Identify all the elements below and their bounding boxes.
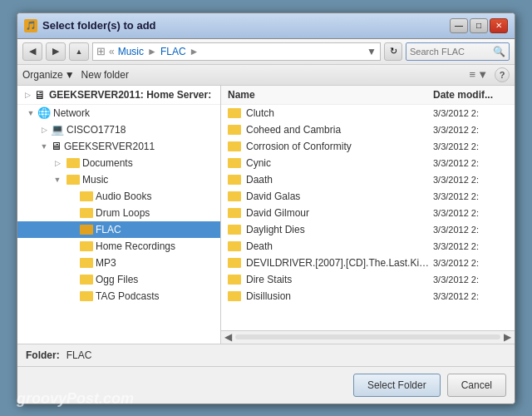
path-music[interactable]: Music [118, 46, 144, 57]
sidebar-item-cisco[interactable]: ▷ 💻 CISCO17718 [17, 121, 220, 138]
folder-bar: Folder: FLAC [17, 344, 515, 366]
help-button[interactable]: ? [495, 67, 510, 82]
server-icon: 🖥 [34, 88, 46, 102]
tagpodcasts-expand-icon[interactable] [64, 290, 77, 303]
mp3-expand-icon[interactable] [64, 256, 77, 270]
search-input[interactable] [406, 47, 490, 57]
list-item[interactable]: David Gilmour 3/3/2012 2: [221, 205, 515, 221]
homerecordings-folder-icon [80, 241, 93, 251]
sidebar-item-documents[interactable]: ▷ Documents [17, 155, 220, 171]
cancel-button[interactable]: Cancel [447, 374, 506, 397]
search-icon[interactable]: 🔍 [490, 46, 509, 57]
select-folder-button[interactable]: Select Folder [353, 374, 441, 397]
folder-icon [228, 191, 241, 201]
sidebar-item-flac[interactable]: FLAC [17, 221, 220, 238]
file-name: Coheed and Cambria [246, 124, 433, 136]
view-dropdown-icon[interactable]: ▼ [477, 68, 488, 81]
sidebar-item-drumloops[interactable]: Drum Loops [17, 205, 220, 221]
col-name-header[interactable]: Name [228, 89, 433, 101]
list-item[interactable]: David Galas 3/3/2012 2: [221, 188, 515, 205]
geekserver-expand-icon[interactable]: ▼ [37, 140, 51, 153]
list-item[interactable]: DEVILDRIVER.[2007].[CD].The.Last.Kind...… [221, 255, 515, 271]
file-name: Disillusion [246, 290, 433, 302]
path-flac[interactable]: FLAC [160, 46, 186, 57]
list-item[interactable]: Cynic 3/3/2012 2: [221, 155, 515, 171]
list-item[interactable]: Daath 3/3/2012 2: [221, 171, 515, 188]
sidebar-item-mp3[interactable]: MP3 [17, 255, 220, 271]
left-panel: ▷ 🖥 GEEKSERVER2011: Home Server: ▼ 🌐 Net… [17, 86, 221, 344]
sidebar-item-homerecordings[interactable]: Home Recordings [17, 238, 220, 255]
app-icon: 🎵 [24, 19, 37, 32]
close-button[interactable]: ✕ [490, 18, 508, 33]
file-date: 3/3/2012 2: [433, 191, 508, 201]
music-folder-icon [66, 175, 80, 185]
list-item[interactable]: Death 3/3/2012 2: [221, 238, 515, 255]
path-bar[interactable]: ⊞ « Music ► FLAC ► ▼ [92, 42, 381, 61]
sidebar-item-tagpodcasts[interactable]: TAG Podcasts [17, 288, 220, 305]
list-item[interactable]: Disillusion 3/3/2012 2: [221, 288, 515, 305]
file-date: 3/3/2012 2: [433, 141, 508, 151]
scroll-track[interactable] [235, 334, 500, 339]
file-date: 3/3/2012 2: [433, 108, 508, 118]
list-item[interactable]: Clutch 3/3/2012 2: [221, 105, 515, 121]
file-date: 3/3/2012 2: [433, 291, 508, 301]
audiobooks-expand-icon[interactable] [64, 190, 77, 203]
homerecordings-expand-icon[interactable] [64, 240, 77, 253]
file-name: DEVILDRIVER.[2007].[CD].The.Last.Kind...… [246, 257, 433, 269]
cisco-expand-icon[interactable]: ▷ [37, 123, 51, 136]
server-label: GEEKSERVER2011: Home Server: [49, 89, 211, 101]
path-arrow-2: ► [190, 46, 200, 57]
minimize-button[interactable]: — [450, 18, 468, 33]
folder-icon [228, 208, 241, 218]
organize-dropdown-icon: ▼ [65, 69, 75, 81]
sidebar-item-audiobooks[interactable]: Audio Books [17, 188, 220, 205]
list-item[interactable]: Dire Staits 3/3/2012 2: [221, 271, 515, 288]
dialog: 🎵 Select folder(s) to add — □ ✕ ◀ ▶ ▲ ⊞ … [17, 12, 515, 404]
folder-icon [228, 241, 241, 251]
horizontal-scrollbar[interactable]: ◀ ▶ [221, 330, 515, 344]
sidebar-item-music[interactable]: ▼ Music [17, 171, 220, 188]
file-list: Clutch 3/3/2012 2: Coheed and Cambria 3/… [221, 105, 515, 330]
oggfiles-expand-icon[interactable] [64, 273, 77, 286]
path-dropdown[interactable]: ▼ [367, 46, 377, 57]
documents-expand-icon[interactable]: ▷ [51, 156, 64, 170]
scroll-left-arrow[interactable]: ◀ [223, 331, 234, 343]
watermark: groovyPost.com [17, 390, 134, 408]
sidebar-item-network[interactable]: ▼ 🌐 Network [17, 105, 220, 121]
folder-icon [228, 158, 241, 168]
right-panel: Name Date modif... Clutch 3/3/2012 2: Co… [221, 86, 515, 344]
file-name: Dire Staits [246, 274, 433, 285]
maximize-button[interactable]: □ [470, 18, 488, 33]
scroll-right-arrow[interactable]: ▶ [502, 331, 513, 343]
mp3-folder-icon [80, 258, 93, 268]
sidebar-item-oggfiles[interactable]: Ogg Files [17, 271, 220, 288]
folder-icon [228, 291, 241, 301]
up-button[interactable]: ▲ [69, 42, 89, 61]
list-item[interactable]: Coheed and Cambria 3/3/2012 2: [221, 121, 515, 138]
flac-expand-icon[interactable] [64, 223, 77, 236]
network-expand-icon[interactable]: ▼ [24, 106, 37, 120]
search-bar: 🔍 [406, 42, 510, 61]
cisco-icon: 💻 [51, 123, 64, 136]
drumloops-expand-icon[interactable] [64, 206, 77, 220]
path-arrow-1: ► [147, 46, 157, 57]
new-folder-button[interactable]: New folder [81, 69, 129, 81]
forward-button[interactable]: ▶ [46, 42, 66, 61]
mp3-label: MP3 [96, 257, 116, 269]
geekserver-label: GEEKSERVER2011 [64, 141, 155, 152]
organize-button[interactable]: Organize ▼ [22, 69, 75, 81]
server-expand-icon[interactable]: ▷ [21, 88, 34, 102]
col-date-header[interactable]: Date modif... [433, 89, 508, 101]
sidebar-item-geekserver[interactable]: ▼ 🖥 GEEKSERVER2011 [17, 138, 220, 155]
file-date: 3/3/2012 2: [433, 225, 508, 235]
view-list-icon[interactable]: ≡ [470, 68, 476, 81]
music-expand-icon[interactable]: ▼ [51, 173, 64, 186]
list-item[interactable]: Daylight Dies 3/3/2012 2: [221, 221, 515, 238]
file-name: Clutch [246, 107, 433, 119]
file-date: 3/3/2012 2: [433, 275, 508, 285]
folder-label: Folder: [26, 349, 60, 361]
refresh-button[interactable]: ↻ [384, 42, 402, 61]
back-button[interactable]: ◀ [22, 42, 42, 61]
list-item[interactable]: Corrosion of Conformity 3/3/2012 2: [221, 138, 515, 155]
server-header[interactable]: ▷ 🖥 GEEKSERVER2011: Home Server: [17, 86, 220, 105]
